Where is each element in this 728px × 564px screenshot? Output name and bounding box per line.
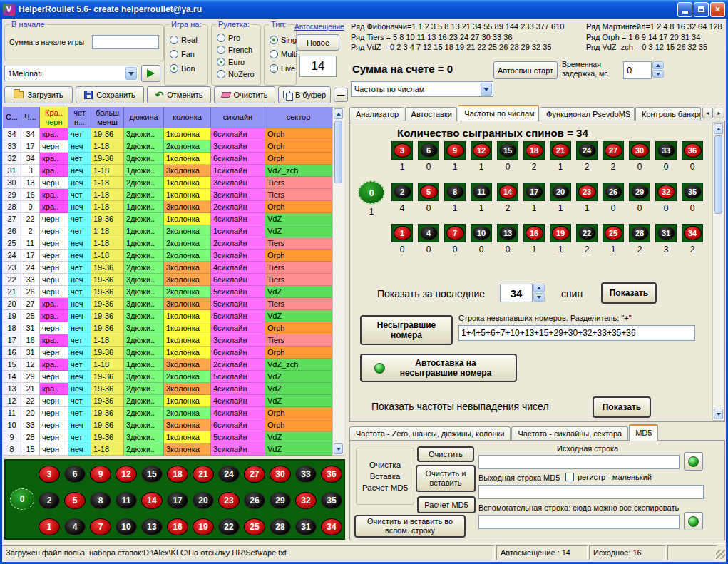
spin-cell[interactable]: неч bbox=[68, 177, 91, 189]
spin-cell[interactable]: 2 bbox=[21, 225, 40, 237]
freq-number-tile[interactable]: 17 bbox=[523, 183, 545, 201]
spin-cell[interactable]: Tiers bbox=[265, 274, 332, 286]
number-25[interactable]: 25 bbox=[605, 226, 622, 240]
spin-cell[interactable]: 19-36 bbox=[91, 286, 124, 298]
number-27[interactable]: 27 bbox=[244, 466, 265, 483]
minimize-button[interactable] bbox=[677, 2, 692, 17]
spin-cell[interactable]: Orph bbox=[265, 153, 332, 165]
spin-cell[interactable]: 6сиклайн bbox=[211, 274, 265, 286]
number-15[interactable]: 15 bbox=[141, 466, 163, 483]
chevron-down-icon[interactable] bbox=[481, 83, 492, 96]
spin-cell[interactable]: черн bbox=[40, 177, 68, 189]
spin-cell[interactable]: кра.. bbox=[40, 189, 68, 201]
spin-cell[interactable]: чет bbox=[68, 213, 91, 225]
spin-cell[interactable]: VdZ bbox=[265, 395, 332, 407]
spin-cell[interactable]: 1колонка bbox=[164, 177, 211, 189]
tab-freq-chances[interactable]: Частота - Zero, шансы, дюжины, колонки bbox=[349, 426, 511, 441]
spin-cell[interactable]: 1-18 bbox=[91, 165, 124, 177]
spin-cell[interactable]: неч bbox=[68, 250, 91, 262]
spin-cell[interactable]: 34 bbox=[3, 128, 21, 140]
spin-cell[interactable]: черн bbox=[40, 443, 68, 456]
spin-cell[interactable]: неч bbox=[68, 371, 91, 383]
spin-cell[interactable]: 1-18 bbox=[91, 201, 124, 213]
start-sum-input[interactable] bbox=[92, 35, 159, 49]
spin-cell[interactable]: чет bbox=[68, 286, 91, 298]
freq-number-tile[interactable]: 23 bbox=[576, 183, 598, 201]
spin-cell[interactable]: 20 bbox=[21, 407, 40, 419]
scrollbar-thumb[interactable] bbox=[714, 135, 722, 214]
spin-cell[interactable]: 19-36 bbox=[91, 407, 124, 419]
spin-cell[interactable]: VdZ_zch bbox=[265, 359, 332, 371]
spin-cell[interactable]: 13 bbox=[3, 383, 21, 395]
spin-cell[interactable]: 3дюжи.. bbox=[124, 310, 164, 322]
spin-cell[interactable]: 3дюжи.. bbox=[124, 298, 164, 310]
spin-cell[interactable]: Orph bbox=[265, 250, 332, 262]
spin-cell[interactable]: 2колонка bbox=[164, 225, 211, 237]
spin-cell[interactable]: 19-36 bbox=[91, 371, 124, 383]
spin-cell[interactable]: неч bbox=[68, 298, 91, 310]
number-18[interactable]: 18 bbox=[167, 466, 188, 483]
radio-icon[interactable] bbox=[270, 36, 278, 44]
spin-cell[interactable]: неч bbox=[68, 165, 91, 177]
freq-number-tile[interactable]: 20 bbox=[550, 183, 571, 201]
spin-cell[interactable]: 3дюжи.. bbox=[124, 128, 164, 140]
spin-cell[interactable]: черн bbox=[40, 237, 68, 250]
spin-cell[interactable]: 24 bbox=[21, 262, 40, 274]
spin-cell[interactable]: 4сиклайн bbox=[211, 213, 265, 225]
freq-number-tile[interactable]: 32 bbox=[655, 183, 677, 201]
spin-cell[interactable]: 2колонка bbox=[164, 286, 211, 298]
number-13[interactable]: 13 bbox=[499, 226, 517, 240]
spin-cell[interactable]: 17 bbox=[21, 250, 40, 262]
freq-number-tile[interactable]: 1 bbox=[391, 224, 413, 242]
spin-cell[interactable]: 27 bbox=[21, 298, 40, 310]
spin-cell[interactable]: 3сиклайн bbox=[211, 443, 265, 456]
tab-analyzer[interactable]: Анализатор bbox=[349, 107, 404, 121]
spin-cell[interactable]: неч bbox=[68, 347, 91, 359]
number-2[interactable]: 2 bbox=[39, 492, 60, 509]
show-last-value[interactable]: 34 bbox=[500, 284, 533, 302]
freq-number-tile[interactable]: 29 bbox=[629, 183, 650, 201]
spin-cell[interactable]: 1колонка bbox=[164, 322, 211, 334]
number-23[interactable]: 23 bbox=[578, 185, 596, 199]
spin-cell[interactable]: VdZ bbox=[265, 431, 332, 443]
spin-cell[interactable]: Tiers bbox=[265, 298, 332, 310]
number-7[interactable]: 7 bbox=[446, 226, 464, 240]
spin-cell[interactable]: 9 bbox=[21, 201, 40, 213]
radio-french[interactable]: French bbox=[217, 45, 252, 54]
spin-cell[interactable]: чет bbox=[68, 407, 91, 419]
spin-cell[interactable]: 2дюжи.. bbox=[124, 262, 164, 274]
spin-cell[interactable]: неч bbox=[68, 274, 91, 286]
table-scrollbar[interactable] bbox=[332, 107, 344, 456]
spin-cell[interactable]: 16 bbox=[21, 189, 40, 201]
spin-cell[interactable]: 1колонка bbox=[164, 431, 211, 443]
number-36[interactable]: 36 bbox=[321, 466, 342, 483]
number-34[interactable]: 34 bbox=[684, 226, 702, 240]
unplayed-numbers-button[interactable]: Несыгравшие номера bbox=[360, 315, 453, 345]
undo-button[interactable]: ↶Отменить bbox=[147, 86, 211, 103]
number-24[interactable]: 24 bbox=[578, 143, 596, 158]
tab-freq-sectors[interactable]: Частота - сиклайны, сектора bbox=[511, 426, 628, 441]
number-21[interactable]: 21 bbox=[552, 143, 570, 158]
number-33[interactable]: 33 bbox=[295, 466, 317, 483]
new-offset-button[interactable]: Новое bbox=[297, 34, 339, 51]
spin-cell[interactable]: 2колонка bbox=[164, 250, 211, 262]
spin-cell[interactable]: 2дюжи.. bbox=[124, 189, 164, 201]
spin-cell[interactable]: 3сиклайн bbox=[211, 140, 265, 153]
spin-cell[interactable]: 17 bbox=[3, 334, 21, 347]
radio-icon[interactable] bbox=[270, 50, 278, 58]
unplayed-string-input[interactable] bbox=[458, 325, 695, 341]
spin-cell[interactable]: черн bbox=[40, 407, 68, 419]
delay-value[interactable]: 0 bbox=[623, 61, 652, 79]
spin-cell[interactable]: 19-36 bbox=[91, 274, 124, 286]
freq-number-tile[interactable]: 30 bbox=[629, 141, 650, 160]
freq-number-tile[interactable]: 11 bbox=[471, 183, 492, 201]
spin-cell[interactable]: 2сиклайн bbox=[211, 359, 265, 371]
spin-cell[interactable]: кра.. bbox=[40, 165, 68, 177]
spin-cell[interactable]: 3дюжи.. bbox=[124, 286, 164, 298]
view-combobox[interactable]: Частоты по числам bbox=[351, 81, 493, 97]
tab-psevdoms[interactable]: Функционал PsevdoMS bbox=[540, 107, 635, 121]
spin-cell[interactable]: 1-18 bbox=[91, 443, 124, 456]
spin-cell[interactable]: 3колонка bbox=[164, 201, 211, 213]
spin-cell[interactable]: 26 bbox=[21, 286, 40, 298]
number-0[interactable]: 0 bbox=[10, 488, 34, 510]
